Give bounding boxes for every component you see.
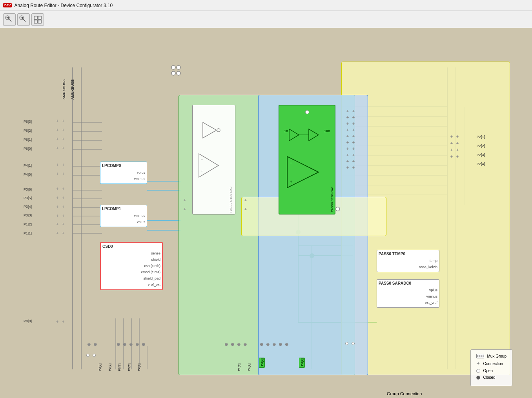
port-connectors-p6-3: + + <box>55 118 66 123</box>
tempo0-block[interactable]: PASS0 TEMP0 temp vssa_kelvin <box>377 250 439 272</box>
tempo0-title: PASS0 TEMP0 <box>379 252 437 256</box>
center-connectors-row2: + <box>182 207 187 211</box>
group-connection-label: Group Connection <box>387 391 422 396</box>
far-right-connector-col: + + + + + + + + <box>449 134 460 159</box>
bottom-connector-grid-left: ⊕ ⊕ <box>86 342 97 347</box>
lpcomp1-title: LPCOMP1 <box>102 207 145 211</box>
zoom-fit-button[interactable] <box>31 13 44 26</box>
legend-connection: ✦ Connection <box>476 361 506 366</box>
legend-mux-group: Mux Group <box>476 354 506 358</box>
svg-point-31 <box>171 65 175 69</box>
svg-marker-63 <box>199 154 219 177</box>
port-p4-0: P4[0] <box>24 173 32 176</box>
bottom-circles-left <box>86 354 96 357</box>
lpcomp0-vminus-port: vminus <box>102 176 145 182</box>
titlebar: DEV Analog Route Editor - Device Configu… <box>0 0 532 11</box>
csd0-vrefext-port: vref_ext <box>102 282 160 288</box>
bot-p3-3: P3[3] <box>98 363 102 371</box>
port-p1-2: P1[2] <box>24 222 32 226</box>
saradc0-extvref-port: ext_vref <box>379 300 437 306</box>
saradc0-block[interactable]: PASS0 SARADC0 vplus vminus ext_vref <box>377 279 439 308</box>
bot-p3-1: P3[1] <box>118 363 121 371</box>
connection-icon: ✦ <box>476 361 480 366</box>
legend: Mux Group ✦ Connection Open Closed <box>470 349 512 386</box>
svg-text:−: − <box>201 158 203 162</box>
port-connectors-p4-1: + + <box>55 162 66 167</box>
closed-label: Closed <box>483 375 496 380</box>
port-p4-1: P4[1] <box>24 164 32 167</box>
csd0-csh-port: csh (cintb) <box>102 263 160 269</box>
bot-p3-0-green: P3[0] <box>299 358 305 368</box>
right-connector-col-main: + + + + + + + + + + + + + + + + <box>345 109 356 170</box>
toolbar <box>0 11 532 28</box>
port-connectors-p1-1: + + <box>55 231 66 235</box>
port-p0-0: P0[0] <box>24 319 32 323</box>
legend-open: Open <box>476 369 506 373</box>
amuxbusb-label: AMUXBUSB <box>71 79 75 100</box>
canvas: AMUXBUSA AMUXBUSB P6[3] P6[2] P6[1] P6[0… <box>0 28 532 398</box>
dev-badge: DEV <box>3 3 12 7</box>
csd0-title: CSD0 <box>102 244 160 249</box>
connection-label: Connection <box>483 362 503 366</box>
csd0-shieldpad-port: shield_pad <box>102 275 160 282</box>
svg-point-34 <box>177 71 180 75</box>
bottom-connector-grid-blue: ⊕ ⊕ ⊕ ⊕ ⊕ <box>259 342 289 347</box>
svg-text:+: + <box>290 180 292 184</box>
ctb0-oa0-block[interactable]: − + PASS0 CTB0 OA0 <box>192 105 235 214</box>
blue-connectors-row2: + <box>243 207 248 211</box>
svg-marker-61 <box>203 122 217 138</box>
lpcomp1-block[interactable]: LPCOMP1 vminus vplus <box>100 205 147 227</box>
lpcomp0-block[interactable]: LPCOMP0 vplus vminus <box>100 162 147 184</box>
port-p3-6: P3[6] <box>24 187 32 191</box>
oa1-output-port <box>335 207 343 212</box>
back-tool-button[interactable] <box>17 13 30 26</box>
port-connectors-p3-6: + + <box>55 186 66 191</box>
bottom-connector-grid-green1: ⊕ ⊕ ⊕ ⊕ <box>224 342 247 347</box>
mux-group-label: Mux Group <box>487 354 506 358</box>
port-connectors-p6-2: + + <box>55 127 66 132</box>
bot-p2-0: P2[0] <box>137 363 141 371</box>
port-connectors-p3-4: + + <box>55 204 66 209</box>
ctb0-oa1-label: PASS0 CTB0 OA1 <box>330 186 334 212</box>
svg-text:−: − <box>290 161 292 165</box>
tempo0-temp-port: temp <box>379 258 437 264</box>
port-connectors-p3-5: + + <box>55 195 66 200</box>
svg-marker-67 <box>309 129 319 141</box>
saradc0-vplus-port: vplus <box>379 287 437 293</box>
port-connectors-p6-0: + + <box>55 145 66 150</box>
csd0-cmod-port: cmod (cinta) <box>102 269 160 275</box>
port-p3-4: P3[4] <box>24 205 32 209</box>
svg-point-62 <box>217 129 220 132</box>
ctb0-oa1-block[interactable]: 1x 10x − + PASS0 CTB0 OA1 <box>279 105 335 214</box>
saradc0-vminus-port: vminus <box>379 293 437 300</box>
csd0-block[interactable]: CSD0 sense shield csh (cintb) cmod (cint… <box>100 242 163 290</box>
group-connection-area: Group Connection <box>387 391 422 396</box>
lpcomp1-vminus-port: vminus <box>102 213 145 219</box>
port-connectors-p0-0: + + <box>55 319 66 324</box>
port-p6-2: P6[2] <box>24 129 32 133</box>
svg-text:+: + <box>201 169 203 173</box>
port-p3-5: P3[5] <box>24 196 32 200</box>
port-p1-1: P1[1] <box>24 231 32 235</box>
port-connectors-p4-0: + + <box>55 171 66 176</box>
open-label: Open <box>483 369 493 373</box>
svg-marker-66 <box>289 129 299 141</box>
tempo0-vssa-port: vssa_kelvin <box>379 264 437 270</box>
route-tool-button[interactable] <box>3 13 16 26</box>
closed-icon <box>476 376 480 380</box>
port-connectors-p1-2: + + <box>55 222 66 226</box>
open-icon <box>476 369 480 373</box>
svg-point-33 <box>171 71 175 75</box>
svg-rect-4 <box>34 20 37 23</box>
port-p3-3: P3[3] <box>24 213 32 217</box>
port-p2-2: P2[2] <box>477 144 485 148</box>
bot-p1-0: P1[0] <box>237 363 241 371</box>
saradc0-title: PASS0 SARADC0 <box>379 281 437 285</box>
lpcomp0-title: LPCOMP0 <box>102 164 145 168</box>
port-p2-4: P2[4] <box>477 162 485 166</box>
mux-group-icon <box>476 354 484 358</box>
legend-closed: Closed <box>476 375 506 380</box>
bot-p3-3-green: P3[3] <box>259 358 265 368</box>
svg-rect-2 <box>34 16 37 19</box>
bot-p1-1b: P1[1] <box>247 363 251 371</box>
